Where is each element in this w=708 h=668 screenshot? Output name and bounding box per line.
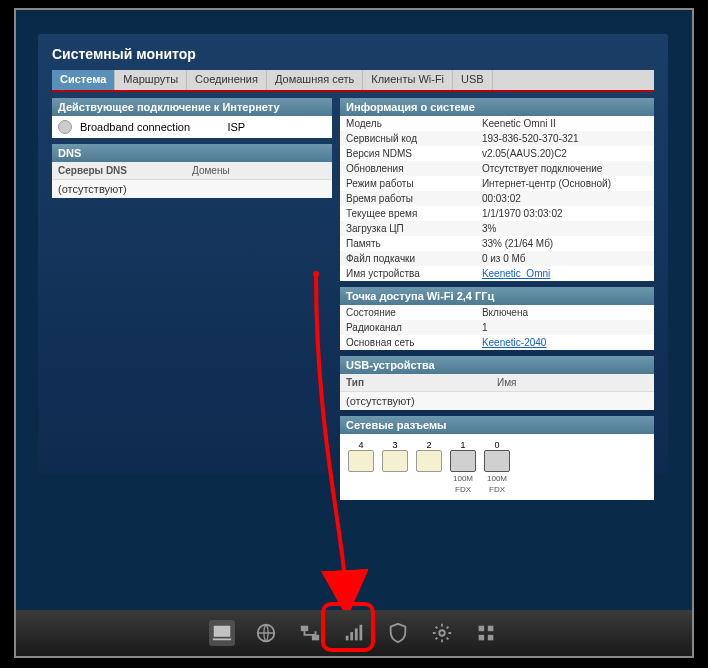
panel-head: Сетевые разъемы — [340, 416, 654, 434]
taskbar-wifi-icon[interactable] — [341, 620, 367, 646]
port-icon — [484, 450, 510, 472]
info-key: Радиоканал — [346, 322, 482, 333]
tab-routes[interactable]: Маршруты — [115, 70, 187, 90]
tab-system[interactable]: Система — [52, 70, 115, 90]
taskbar — [16, 610, 692, 656]
svg-rect-4 — [350, 632, 353, 640]
connection-provider: ISP — [227, 121, 245, 133]
info-row: ОбновленияОтсутствует подключение — [340, 161, 654, 176]
port-duplex: FDX — [482, 485, 512, 494]
info-key: Файл подкачки — [346, 253, 482, 264]
panel-head: Точка доступа Wi-Fi 2,4 ГГц — [340, 287, 654, 305]
info-row: Файл подкачки0 из 0 Мб — [340, 251, 654, 266]
info-row: Загрузка ЦП3% — [340, 221, 654, 236]
info-value: 33% (21/64 Мб) — [482, 238, 648, 249]
taskbar-monitor-icon[interactable] — [209, 620, 235, 646]
port-icon — [416, 450, 442, 472]
svg-rect-6 — [360, 625, 363, 641]
info-row: Основная сетьKeenetic-2040 — [340, 335, 654, 350]
connection-name: Broadband connection — [80, 121, 227, 133]
info-value[interactable]: Keenetic_Omni — [482, 268, 648, 279]
taskbar-shield-icon[interactable] — [385, 620, 411, 646]
ports-panel: Сетевые разъемы 4321100MFDX0100MFDX — [340, 416, 654, 500]
taskbar-gear-icon[interactable] — [429, 620, 455, 646]
taskbar-globe-icon[interactable] — [253, 620, 279, 646]
port-icon — [382, 450, 408, 472]
port-speed: 100M — [448, 474, 478, 483]
info-key: Режим работы — [346, 178, 482, 189]
port-speed: 100M — [482, 474, 512, 483]
taskbar-network-icon[interactable] — [297, 620, 323, 646]
info-value: 1/1/1970 03:03:02 — [482, 208, 648, 219]
info-key: Состояние — [346, 307, 482, 318]
connection-panel: Действующее подключение к Интернету Broa… — [52, 98, 332, 138]
port: 3 — [380, 440, 410, 472]
info-value: 3% — [482, 223, 648, 234]
info-key: Загрузка ЦП — [346, 223, 482, 234]
col-header: Домены — [192, 165, 230, 176]
info-row: Режим работыИнтернет-центр (Основной) — [340, 176, 654, 191]
svg-rect-3 — [346, 636, 349, 641]
info-row: МодельKeenetic Omni II — [340, 116, 654, 131]
empty-text: (отсутствуют) — [340, 392, 654, 410]
info-value: 1 — [482, 322, 648, 333]
info-key: Обновления — [346, 163, 482, 174]
svg-rect-10 — [479, 635, 485, 641]
port-icon — [450, 450, 476, 472]
port-icon — [348, 450, 374, 472]
port: 1100MFDX — [448, 440, 478, 494]
svg-rect-1 — [301, 626, 308, 632]
info-row: Версия NDMSv2.05(AAUS.20)C2 — [340, 146, 654, 161]
wifi-panel: Точка доступа Wi-Fi 2,4 ГГц СостояниеВкл… — [340, 287, 654, 350]
sysinfo-panel: Информация о системе МодельKeenetic Omni… — [340, 98, 654, 281]
info-row: Сервисный код193-836-520-370-321 — [340, 131, 654, 146]
panel-head: Информация о системе — [340, 98, 654, 116]
info-value: 0 из 0 Мб — [482, 253, 648, 264]
port-duplex: FDX — [448, 485, 478, 494]
tab-homenet[interactable]: Домашняя сеть — [267, 70, 363, 90]
svg-rect-11 — [488, 635, 494, 641]
svg-rect-8 — [479, 626, 485, 632]
info-row: Время работы00:03:02 — [340, 191, 654, 206]
tabs-bar: Система Маршруты Соединения Домашняя сет… — [52, 70, 654, 90]
status-icon — [58, 120, 72, 134]
info-value[interactable]: Keenetic-2040 — [482, 337, 648, 348]
port-number: 4 — [346, 440, 376, 450]
page-title: Системный монитор — [52, 46, 654, 62]
info-key: Память — [346, 238, 482, 249]
tab-connections[interactable]: Соединения — [187, 70, 267, 90]
info-value: 193-836-520-370-321 — [482, 133, 648, 144]
info-key: Сервисный код — [346, 133, 482, 144]
info-row: Память33% (21/64 Мб) — [340, 236, 654, 251]
panel-head: Действующее подключение к Интернету — [52, 98, 332, 116]
info-key: Текущее время — [346, 208, 482, 219]
info-key: Основная сеть — [346, 337, 482, 348]
info-value: Интернет-центр (Основной) — [482, 178, 648, 189]
tab-usb[interactable]: USB — [453, 70, 493, 90]
info-key: Имя устройства — [346, 268, 482, 279]
svg-point-7 — [439, 630, 445, 636]
info-value: 00:03:02 — [482, 193, 648, 204]
port-number: 3 — [380, 440, 410, 450]
info-key: Версия NDMS — [346, 148, 482, 159]
col-header: Тип — [346, 377, 497, 388]
info-row: СостояниеВключена — [340, 305, 654, 320]
port-number: 0 — [482, 440, 512, 450]
port: 2 — [414, 440, 444, 472]
info-value: Keenetic Omni II — [482, 118, 648, 129]
info-value: v2.05(AAUS.20)C2 — [482, 148, 648, 159]
col-header: Серверы DNS — [58, 165, 192, 176]
info-key: Модель — [346, 118, 482, 129]
usb-panel: USB-устройства ТипИмя (отсутствуют) — [340, 356, 654, 410]
info-key: Время работы — [346, 193, 482, 204]
panel-head: USB-устройства — [340, 356, 654, 374]
panel-head: DNS — [52, 144, 332, 162]
dns-panel: DNS Серверы DNSДомены (отсутствуют) — [52, 144, 332, 198]
empty-text: (отсутствуют) — [52, 180, 332, 198]
tab-wifi-clients[interactable]: Клиенты Wi-Fi — [363, 70, 453, 90]
svg-rect-5 — [355, 628, 358, 640]
port: 0100MFDX — [482, 440, 512, 494]
info-row: Имя устройстваKeenetic_Omni — [340, 266, 654, 281]
port: 4 — [346, 440, 376, 472]
taskbar-apps-icon[interactable] — [473, 620, 499, 646]
